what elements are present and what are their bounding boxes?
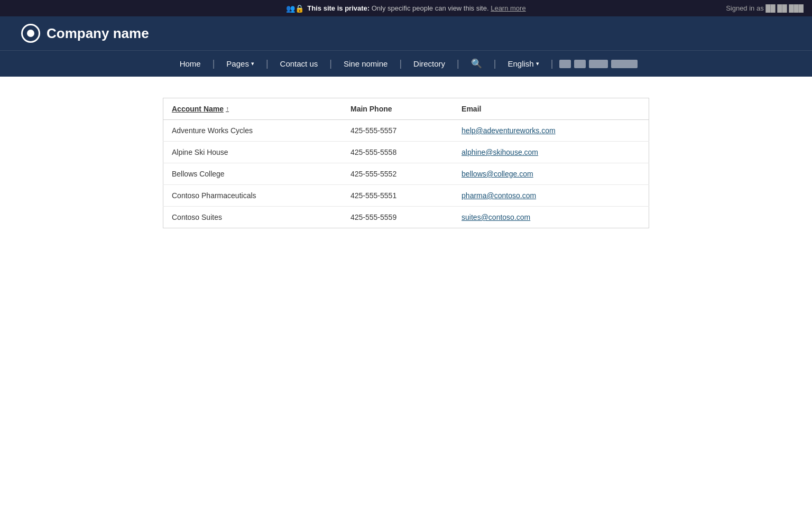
column-account-name[interactable]: Account Name ↑: [163, 98, 342, 120]
nav-separator-1: |: [211, 58, 216, 69]
cell-email[interactable]: help@adeventureworks.com: [453, 120, 649, 142]
sort-arrow-account: ↑: [226, 105, 229, 113]
nav-contact-us[interactable]: Contact us: [270, 52, 329, 76]
nav-separator-4: |: [398, 58, 403, 69]
nav-separator-6: |: [493, 58, 497, 69]
site-header: Company name: [0, 16, 812, 50]
cell-main-phone: 425-555-5558: [342, 142, 453, 163]
signed-in-status: Signed in as ██ ██ ███: [726, 4, 804, 12]
cell-email[interactable]: bellows@college.com: [453, 163, 649, 185]
cell-main-phone: 425-555-5557: [342, 120, 453, 142]
pages-dropdown-arrow: ▾: [251, 60, 254, 67]
column-main-phone[interactable]: Main Phone: [342, 98, 453, 120]
email-link[interactable]: alphine@skihouse.com: [462, 148, 538, 156]
nav-directory[interactable]: Directory: [403, 52, 456, 76]
logo-icon: [21, 24, 40, 43]
nav-separator-5: |: [456, 58, 460, 69]
privacy-notice: 👥🔒 This site is private: Only specific p…: [286, 4, 525, 13]
user-icon-2: [574, 60, 586, 68]
cell-account-name: Contoso Pharmaceuticals: [163, 185, 342, 207]
nav-separator-7: |: [550, 58, 555, 69]
main-content: Account Name ↑ Main Phone Email Adventur…: [142, 98, 670, 228]
cell-account-name: Adventure Works Cycles: [163, 120, 342, 142]
cell-email[interactable]: pharma@contoso.com: [453, 185, 649, 207]
lock-icon: 👥🔒: [286, 4, 304, 13]
column-email[interactable]: Email: [453, 98, 649, 120]
nav-english[interactable]: English ▾: [497, 52, 549, 76]
nav-separator-2: |: [265, 58, 270, 69]
logo-icon-inner: [27, 30, 34, 37]
user-icon-3: [589, 60, 608, 68]
cell-main-phone: 425-555-5552: [342, 163, 453, 185]
cell-account-name: Alpine Ski House: [163, 142, 342, 163]
cell-main-phone: 425-555-5551: [342, 185, 453, 207]
top-banner: 👥🔒 This site is private: Only specific p…: [0, 0, 812, 16]
cell-account-name: Contoso Suites: [163, 207, 342, 228]
learn-more-link[interactable]: Learn more: [491, 4, 525, 12]
table-row: Contoso Pharmaceuticals425-555-5551pharm…: [163, 185, 649, 207]
cell-email[interactable]: alphine@skihouse.com: [453, 142, 649, 163]
table-row: Bellows College425-555-5552bellows@colle…: [163, 163, 649, 185]
nav-pages[interactable]: Pages ▾: [216, 52, 265, 76]
user-icon-1: [559, 60, 571, 68]
cell-account-name: Bellows College: [163, 163, 342, 185]
cell-main-phone: 425-555-5559: [342, 207, 453, 228]
nav-user-icons: [554, 52, 643, 76]
site-title: Company name: [47, 25, 149, 42]
site-logo[interactable]: Company name: [21, 24, 149, 43]
table-row: Adventure Works Cycles425-555-5557help@a…: [163, 120, 649, 142]
private-label: This site is private:: [307, 4, 370, 12]
nav-separator-3: |: [328, 58, 333, 69]
email-link[interactable]: suites@contoso.com: [462, 213, 530, 221]
table-row: Alpine Ski House425-555-5558alphine@skih…: [163, 142, 649, 163]
email-link[interactable]: help@adeventureworks.com: [462, 126, 556, 135]
table-row: Contoso Suites425-555-5559suites@contoso…: [163, 207, 649, 228]
english-dropdown-arrow: ▾: [536, 60, 539, 67]
email-link[interactable]: pharma@contoso.com: [462, 191, 536, 200]
nav-sine-nomine[interactable]: Sine nomine: [333, 52, 398, 76]
directory-table: Account Name ↑ Main Phone Email Adventur…: [163, 98, 649, 228]
nav-search[interactable]: 🔍: [460, 51, 493, 77]
user-icon-4: [611, 60, 638, 68]
cell-email[interactable]: suites@contoso.com: [453, 207, 649, 228]
nav-home[interactable]: Home: [169, 52, 211, 76]
email-link[interactable]: bellows@college.com: [462, 170, 533, 178]
private-detail: Only specific people can view this site.: [372, 4, 489, 12]
table-header-row: Account Name ↑ Main Phone Email: [163, 98, 649, 120]
main-nav: Home | Pages ▾ | Contact us | Sine nomin…: [0, 50, 812, 77]
